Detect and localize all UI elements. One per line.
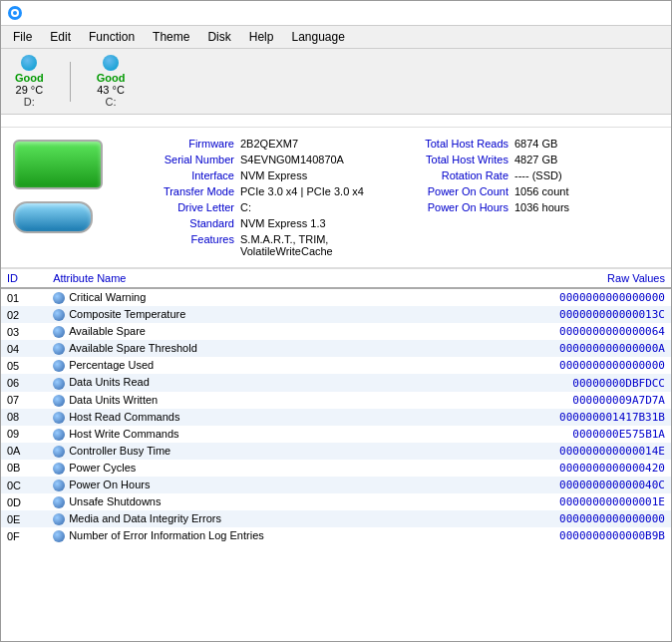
row-icon [53, 292, 65, 304]
app-icon [7, 5, 23, 21]
table-row: 07 Data Units Written 000000009A7D7A [1, 392, 671, 409]
cell-raw: 000000009A7D7A [463, 392, 671, 409]
table-row: 0C Power On Hours 000000000000040C [1, 477, 671, 493]
info-col-right: Total Host Reads6874 GBTotal Host Writes… [395, 136, 659, 259]
menu-item-theme[interactable]: Theme [145, 28, 197, 46]
menu-item-function[interactable]: Function [81, 28, 143, 46]
cell-raw: 0000000000000420 [463, 460, 671, 477]
cell-spacer [442, 527, 463, 544]
row-icon [53, 496, 65, 508]
cell-name: Composite Temperature [47, 306, 442, 323]
info-row: Firmware2B2QEXM7 [131, 136, 395, 152]
close-button[interactable] [645, 5, 665, 21]
info-val-right: ---- (SSD) [514, 169, 562, 181]
menu-item-edit[interactable]: Edit [42, 28, 79, 46]
drive-indicator [21, 55, 37, 71]
info-val: S.M.A.R.T., TRIM, VolatileWriteCache [240, 233, 395, 257]
info-row: InterfaceNVM Express [131, 167, 395, 183]
drive-health-label: Good [15, 72, 44, 84]
drive-indicator [103, 55, 119, 71]
cell-name: Number of Error Information Log Entries [47, 527, 442, 544]
info-val: C: [240, 201, 251, 213]
cell-raw: 0000000000000B9B [463, 527, 671, 544]
row-icon [53, 446, 65, 458]
row-icon [53, 480, 65, 491]
info-key-right: Power On Count [395, 185, 514, 197]
info-col-left: Firmware2B2QEXM7Serial NumberS4EVNG0M140… [131, 136, 395, 259]
info-row: Total Host Writes4827 GB [395, 152, 659, 167]
row-icon [53, 326, 65, 338]
row-icon [53, 343, 65, 355]
table-row: 0D Unsafe Shutdowns 000000000000001E [1, 493, 671, 510]
row-icon [53, 429, 65, 441]
menu-bar: FileEditFunctionThemeDiskHelpLanguage [1, 26, 671, 49]
disk-title [1, 115, 671, 128]
col-name: Attribute Name [47, 269, 442, 288]
info-row: Total Host Reads6874 GB [395, 136, 659, 152]
drive-button-d[interactable]: Good 29 °C D: [9, 53, 50, 110]
cell-name: Power On Hours [47, 477, 442, 493]
table-row: 0F Number of Error Information Log Entri… [1, 527, 671, 544]
cell-id: 05 [1, 357, 47, 374]
menu-item-language[interactable]: Language [283, 28, 352, 46]
row-icon [53, 513, 65, 525]
cell-raw: 0000000000000000 [463, 288, 671, 306]
cell-spacer [442, 493, 463, 510]
table-row: 0E Media and Data Integrity Errors 00000… [1, 510, 671, 527]
info-val: 2B2QEXM7 [240, 138, 298, 150]
cell-raw: 000000000000040C [463, 477, 671, 493]
cell-spacer [442, 323, 463, 340]
info-grid: Firmware2B2QEXM7Serial NumberS4EVNG0M140… [131, 136, 659, 259]
cell-id: 01 [1, 288, 47, 306]
info-val-right: 6874 GB [514, 138, 557, 150]
cell-id: 0E [1, 510, 47, 527]
table-area[interactable]: ID Attribute Name Raw Values 01 Critical… [1, 268, 671, 641]
attributes-table: ID Attribute Name Raw Values 01 Critical… [1, 269, 671, 544]
cell-name: Media and Data Integrity Errors [47, 510, 442, 527]
maximize-button[interactable] [621, 5, 641, 21]
cell-name: Available Spare [47, 323, 442, 340]
cell-id: 0F [1, 527, 47, 544]
info-row: Drive LetterC: [131, 199, 395, 215]
info-val: NVM Express [240, 169, 307, 181]
info-key: Drive Letter [131, 201, 240, 213]
cell-id: 03 [1, 323, 47, 340]
info-val: S4EVNG0M140870A [240, 154, 344, 165]
cell-spacer [442, 443, 463, 460]
row-icon [53, 395, 65, 407]
info-key: Features [131, 233, 240, 245]
cell-spacer [442, 510, 463, 527]
svg-point-2 [13, 11, 17, 15]
cell-raw: 000000001417B31B [463, 409, 671, 426]
table-row: 09 Host Write Commands 0000000E575B1A [1, 426, 671, 443]
menu-item-help[interactable]: Help [241, 28, 282, 46]
cell-name: Percentage Used [47, 357, 442, 374]
health-badge [13, 140, 103, 189]
cell-spacer [442, 288, 463, 306]
table-row: 0A Controller Busy Time 000000000000014E [1, 443, 671, 460]
cell-id: 06 [1, 374, 47, 391]
drive-letter: C: [106, 96, 117, 108]
drive-button-c[interactable]: Good 43 °C C: [91, 53, 132, 110]
menu-item-disk[interactable]: Disk [199, 28, 238, 46]
info-key-right: Power On Hours [395, 201, 514, 213]
cell-spacer [442, 392, 463, 409]
cell-raw: 0000000E575B1A [463, 426, 671, 443]
content-area: Firmware2B2QEXM7Serial NumberS4EVNG0M140… [1, 115, 671, 641]
table-row: 06 Data Units Read 00000000DBFDCC [1, 374, 671, 391]
cell-raw: 0000000000000000 [463, 510, 671, 527]
info-section: Firmware2B2QEXM7Serial NumberS4EVNG0M140… [1, 128, 671, 268]
minimize-button[interactable] [597, 5, 617, 21]
cell-spacer [442, 306, 463, 323]
info-row: StandardNVM Express 1.3 [131, 215, 395, 231]
table-row: 02 Composite Temperature 000000000000013… [1, 306, 671, 323]
cell-name: Host Write Commands [47, 426, 442, 443]
drive-temp: 29 °C [16, 84, 44, 96]
table-row: 08 Host Read Commands 000000001417B31B [1, 409, 671, 426]
col-raw: Raw Values [463, 269, 671, 288]
info-val: PCIe 3.0 x4 | PCIe 3.0 x4 [240, 185, 364, 197]
cell-id: 07 [1, 392, 47, 409]
cell-raw: 000000000000001E [463, 493, 671, 510]
toolbar: Good 29 °C D: Good 43 °C C: [1, 49, 671, 115]
menu-item-file[interactable]: File [5, 28, 40, 46]
